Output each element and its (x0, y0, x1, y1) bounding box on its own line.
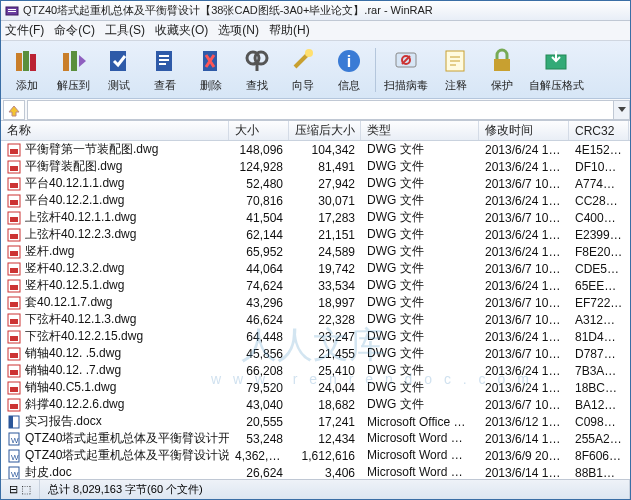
table-row[interactable]: 下弦杆40.12.1.3.dwg46,62422,328DWG 文件2013/6… (1, 311, 630, 328)
delete-button[interactable]: 删除 (189, 44, 233, 96)
up-button[interactable] (3, 100, 25, 120)
table-row[interactable]: 套40.12.1.7.dwg43,29618,997DWG 文件2013/6/7… (1, 294, 630, 311)
cell-packed: 25,410 (289, 364, 361, 378)
cell-name: 斜撑40.12.2.6.dwg (1, 396, 229, 413)
cell-name: 销轴40.12. .7.dwg (1, 362, 229, 379)
cell-name: 上弦杆40.12.2.3.dwg (1, 226, 229, 243)
svg-rect-40 (10, 234, 18, 239)
path-input[interactable] (27, 100, 614, 120)
col-packed[interactable]: 压缩后大小 (289, 121, 361, 140)
menu-favorites[interactable]: 收藏夹(O) (155, 22, 208, 39)
file-name: 销轴40.12. .5.dwg (25, 345, 121, 362)
file-name: 下弦杆40.12.1.3.dwg (25, 311, 136, 328)
cell-type: DWG 文件 (361, 362, 479, 379)
cell-size: 4,362,752 (229, 449, 289, 463)
col-crc[interactable]: CRC32 (569, 121, 629, 140)
test-button[interactable]: 测试 (97, 44, 141, 96)
file-name: 竖杆40.12.5.1.dwg (25, 277, 124, 294)
cell-modified: 2013/6/24 14… (479, 160, 569, 174)
menu-help[interactable]: 帮助(H) (269, 22, 310, 39)
svg-rect-52 (10, 336, 18, 341)
table-row[interactable]: 上弦杆40.12.1.1.dwg41,50417,283DWG 文件2013/6… (1, 209, 630, 226)
svg-rect-54 (10, 353, 18, 358)
cell-modified: 2013/6/24 15… (479, 194, 569, 208)
cell-type: DWG 文件 (361, 260, 479, 277)
file-list[interactable]: 人人文库 w w w . r e n r e n d o c . c o m 平… (1, 141, 630, 481)
table-row[interactable]: WQTZ40塔式起重机总体及平衡臂设计开题报告.doc53,24812,434M… (1, 430, 630, 447)
cell-packed: 27,942 (289, 177, 361, 191)
add-button[interactable]: 添加 (5, 44, 49, 96)
cell-crc: 8F606E44 (569, 449, 629, 463)
cell-type: DWG 文件 (361, 209, 479, 226)
table-row[interactable]: 竖杆40.12.3.2.dwg44,06419,742DWG 文件2013/6/… (1, 260, 630, 277)
cell-crc: CDE57A… (569, 262, 629, 276)
svg-rect-44 (10, 268, 18, 273)
protect-button[interactable]: 保护 (480, 44, 524, 96)
col-size[interactable]: 大小 (229, 121, 289, 140)
cell-size: 79,520 (229, 381, 289, 395)
col-type[interactable]: 类型 (361, 121, 479, 140)
table-row[interactable]: 平台40.12.2.1.dwg70,81630,071DWG 文件2013/6/… (1, 192, 630, 209)
cell-size: 45,856 (229, 347, 289, 361)
menu-options[interactable]: 选项(N) (218, 22, 259, 39)
cell-modified: 2013/6/7 10:58 (479, 262, 569, 276)
table-row[interactable]: 上弦杆40.12.2.3.dwg62,14421,151DWG 文件2013/6… (1, 226, 630, 243)
menu-commands[interactable]: 命令(C) (54, 22, 95, 39)
cell-packed: 104,342 (289, 143, 361, 157)
svg-rect-60 (10, 404, 18, 409)
cell-size: 148,096 (229, 143, 289, 157)
cell-name: WQTZ40塔式起重机总体及平衡臂设计说明书.doc (1, 447, 229, 464)
window-title: QTZ40塔式起重机总体及平衡臂设计【38张CAD图纸-3A0+毕业论文】.ra… (23, 3, 626, 18)
comment-button[interactable]: 注释 (434, 44, 478, 96)
cell-name: 平台40.12.2.1.dwg (1, 192, 229, 209)
table-row[interactable]: WQTZ40塔式起重机总体及平衡臂设计说明书.doc4,362,7521,612… (1, 447, 630, 464)
find-button[interactable]: 查找 (235, 44, 279, 96)
table-row[interactable]: 销轴40.C5.1.dwg79,52024,044DWG 文件2013/6/24… (1, 379, 630, 396)
wizard-button[interactable]: 向导 (281, 44, 325, 96)
info-icon: i (334, 46, 364, 76)
menu-file[interactable]: 文件(F) (5, 22, 44, 39)
svg-rect-12 (159, 63, 166, 65)
table-row[interactable]: 平衡臂第一节装配图.dwg148,096104,342DWG 文件2013/6/… (1, 141, 630, 158)
cell-type: DWG 文件 (361, 345, 479, 362)
cell-type: Microsoft Word 文档 (361, 447, 479, 464)
file-name: 上弦杆40.12.1.1.dwg (25, 209, 136, 226)
cell-name: 上弦杆40.12.1.1.dwg (1, 209, 229, 226)
extract-button[interactable]: 解压到 (51, 44, 95, 96)
wizard-label: 向导 (292, 78, 314, 93)
sfx-button[interactable]: 自解压格式 (526, 44, 586, 96)
col-modified[interactable]: 修改时间 (479, 121, 569, 140)
protect-icon (487, 46, 517, 76)
table-row[interactable]: 下弦杆40.12.2.15.dwg64,44823,247DWG 文件2013/… (1, 328, 630, 345)
table-row[interactable]: 平衡臂装配图.dwg124,92881,491DWG 文件2013/6/24 1… (1, 158, 630, 175)
file-name: 实习报告.docx (25, 413, 102, 430)
cell-modified: 2013/6/24 15… (479, 279, 569, 293)
table-row[interactable]: 竖杆40.12.5.1.dwg74,62433,534DWG 文件2013/6/… (1, 277, 630, 294)
find-label: 查找 (246, 78, 268, 93)
cell-name: 平衡臂第一节装配图.dwg (1, 141, 229, 158)
cell-size: 53,248 (229, 432, 289, 446)
cell-size: 44,064 (229, 262, 289, 276)
file-icon: W (7, 466, 21, 480)
cell-packed: 17,283 (289, 211, 361, 225)
cell-size: 43,040 (229, 398, 289, 412)
info-button[interactable]: i 信息 (327, 44, 371, 96)
view-button[interactable]: 查看 (143, 44, 187, 96)
statusbar: ⊟ ⬚ 总计 8,029,163 字节(60 个文件) (1, 479, 630, 499)
table-row[interactable]: 销轴40.12. .7.dwg66,20825,410DWG 文件2013/6/… (1, 362, 630, 379)
table-row[interactable]: 实习报告.docx20,55517,241Microsoft Office Wo… (1, 413, 630, 430)
table-row[interactable]: 斜撑40.12.2.6.dwg43,04018,682DWG 文件2013/6/… (1, 396, 630, 413)
col-name[interactable]: 名称 (1, 121, 229, 140)
cell-modified: 2013/6/24 15… (479, 228, 569, 242)
table-row[interactable]: 销轴40.12. .5.dwg45,85621,455DWG 文件2013/6/… (1, 345, 630, 362)
table-row[interactable]: 平台40.12.1.1.dwg52,48027,942DWG 文件2013/6/… (1, 175, 630, 192)
scan-button[interactable]: 扫描病毒 (380, 44, 432, 96)
info-label: 信息 (338, 78, 360, 93)
svg-text:W: W (11, 453, 19, 462)
file-name: 下弦杆40.12.2.15.dwg (25, 328, 143, 345)
table-row[interactable]: 竖杆.dwg65,95224,589DWG 文件2013/6/24 15…F8E… (1, 243, 630, 260)
cell-name: 竖杆40.12.5.1.dwg (1, 277, 229, 294)
menu-tools[interactable]: 工具(S) (105, 22, 145, 39)
cell-size: 62,144 (229, 228, 289, 242)
path-dropdown[interactable] (614, 100, 630, 120)
